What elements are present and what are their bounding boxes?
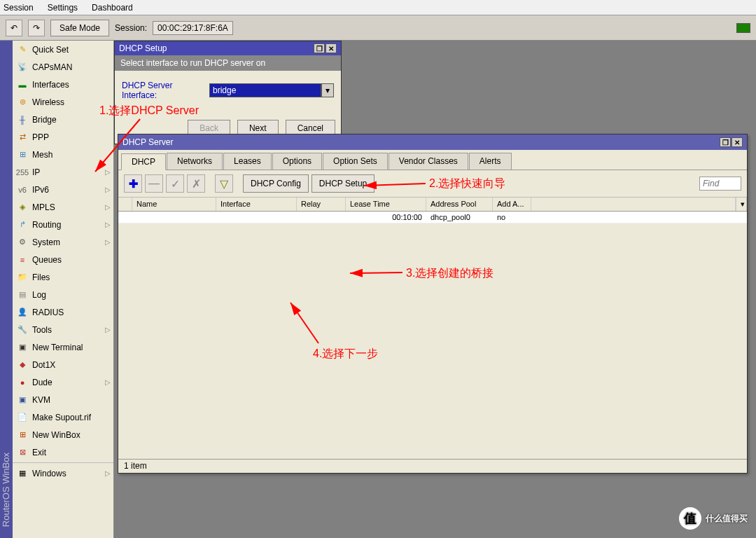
- restore-icon[interactable]: ❐: [314, 43, 325, 53]
- chevron-icon: ▷: [105, 378, 111, 386]
- dropdown-icon[interactable]: ▾: [321, 83, 334, 97]
- sidebar-item-tools[interactable]: 🔧Tools▷: [13, 321, 113, 338]
- table-row[interactable]: 00:10:00 dhcp_pool0 no: [118, 212, 747, 223]
- sidebar-windows[interactable]: ▦ Windows ▷: [13, 464, 113, 482]
- tab-leases[interactable]: Leases: [223, 153, 272, 170]
- session-label: Session:: [115, 23, 147, 33]
- chevron-icon: ▷: [105, 326, 111, 333]
- status-indicator: [736, 23, 750, 33]
- chevron-icon: ▷: [105, 469, 111, 477]
- sidebar-item-dude[interactable]: ●Dude▷: [13, 373, 113, 391]
- sidebar-icon: v6: [17, 184, 28, 195]
- sidebar-item-dot1x[interactable]: ◆Dot1X: [13, 356, 113, 373]
- sidebar-item-new-terminal[interactable]: ▣New Terminal: [13, 338, 113, 356]
- sidebar-item-files[interactable]: 📁Files: [13, 268, 113, 286]
- column-menu-icon[interactable]: ▾: [736, 198, 747, 211]
- sidebar-icon: ⊞: [17, 429, 28, 441]
- dhcp-grid: Name Interface Relay Lease Time Address …: [118, 198, 747, 223]
- tab-options[interactable]: Options: [272, 153, 322, 170]
- dhcp-server-window: DHCP Server ❐ ✕ DHCPNetworksLeasesOption…: [118, 134, 748, 474]
- close-icon[interactable]: ✕: [732, 137, 743, 147]
- interface-label: DHCP Server Interface:: [122, 81, 205, 100]
- sidebar-item-mesh[interactable]: ⊞Mesh: [13, 146, 113, 163]
- col-lease[interactable]: Lease Time: [346, 198, 426, 211]
- col-pool[interactable]: Address Pool: [426, 198, 493, 211]
- sidebar-item-ip[interactable]: 255IP▷: [13, 163, 113, 181]
- menu-settings[interactable]: Settings: [48, 3, 78, 13]
- tab-alerts[interactable]: Alerts: [469, 153, 512, 170]
- sidebar-icon: ◆: [17, 359, 28, 371]
- window-titlebar[interactable]: DHCP Server ❐ ✕: [118, 134, 747, 150]
- sidebar-item-routing[interactable]: ↱Routing▷: [13, 216, 113, 233]
- add-button[interactable]: ✚: [124, 174, 142, 193]
- col-name[interactable]: Name: [132, 198, 216, 211]
- sidebar-icon: 👤: [17, 307, 28, 318]
- chevron-icon: ▷: [105, 238, 111, 246]
- sidebar-icon: ▤: [17, 289, 28, 301]
- toolbar: ↶ ↷ Safe Mode Session: 00:0C:29:17:8F:6A: [0, 15, 756, 41]
- sidebar-icon: ╫: [17, 114, 28, 125]
- dialog-subtitle: Select interface to run DHCP server on: [115, 55, 341, 71]
- sidebar-icon: 📁: [17, 272, 28, 283]
- col-interface[interactable]: Interface: [216, 198, 297, 211]
- tab-option-sets[interactable]: Option Sets: [323, 153, 388, 170]
- menu-session[interactable]: Session: [4, 3, 34, 13]
- tab-vendor-classes[interactable]: Vendor Classes: [388, 153, 468, 170]
- redo-button[interactable]: ↷: [28, 20, 45, 36]
- filter-button[interactable]: ▽: [215, 174, 233, 193]
- sidebar-item-system[interactable]: ⚙System▷: [13, 233, 113, 251]
- disable-button[interactable]: ✗: [187, 174, 205, 193]
- close-icon[interactable]: ✕: [326, 43, 337, 53]
- dhcp-setup-button[interactable]: DHCP Setup: [312, 174, 374, 193]
- restore-icon[interactable]: ❐: [720, 137, 731, 147]
- remove-button[interactable]: —: [145, 174, 163, 193]
- enable-button[interactable]: ✓: [166, 174, 184, 193]
- sidebar-icon: 📡: [17, 62, 28, 73]
- interface-select[interactable]: [209, 83, 321, 97]
- sidebar-icon: 🔧: [17, 324, 28, 336]
- tab-networks[interactable]: Networks: [167, 153, 223, 170]
- tab-dhcp[interactable]: DHCP: [121, 153, 166, 170]
- find-box: [699, 177, 741, 191]
- sidebar-icon: ⇄: [17, 132, 28, 143]
- watermark-icon: 值: [679, 507, 701, 530]
- sidebar-item-quick-set[interactable]: ✎Quick Set: [13, 41, 113, 58]
- find-input[interactable]: [699, 177, 741, 191]
- col-relay[interactable]: Relay: [297, 198, 346, 211]
- menu-dashboard[interactable]: Dashboard: [92, 3, 133, 13]
- session-value: 00:0C:29:17:8F:6A: [153, 21, 233, 35]
- sidebar-icon: ▬: [17, 79, 28, 90]
- sidebar-icon: 📄: [17, 412, 28, 423]
- sidebar-icon: ⊚: [17, 97, 28, 108]
- sidebar-item-capsman[interactable]: 📡CAPsMAN: [13, 58, 113, 76]
- vertical-brand-bar: RouterOS WinBox: [0, 41, 13, 538]
- sidebar-item-kvm[interactable]: ▣KVM: [13, 391, 113, 408]
- sidebar-item-ipv6[interactable]: v6IPv6▷: [13, 181, 113, 198]
- dhcp-setup-dialog: DHCP Setup ❐ ✕ Select interface to run D…: [114, 41, 342, 144]
- chevron-icon: ▷: [105, 203, 111, 211]
- sidebar-item-make-supout.rif[interactable]: 📄Make Supout.rif: [13, 408, 113, 426]
- col-add[interactable]: Add A...: [493, 198, 531, 211]
- sidebar-icon: ▣: [17, 342, 28, 353]
- sidebar-item-radius[interactable]: 👤RADIUS: [13, 303, 113, 321]
- undo-button[interactable]: ↶: [6, 20, 22, 36]
- chevron-icon: ▷: [105, 221, 111, 228]
- watermark: 值 什么值得买: [679, 507, 748, 530]
- sidebar-item-mpls[interactable]: ◈MPLS▷: [13, 198, 113, 216]
- dialog-titlebar[interactable]: DHCP Setup ❐ ✕: [115, 41, 341, 55]
- sidebar-item-wireless[interactable]: ⊚Wireless: [13, 93, 113, 111]
- sidebar-item-log[interactable]: ▤Log: [13, 286, 113, 303]
- sidebar-item-exit[interactable]: ⊠Exit: [13, 443, 113, 461]
- windows-icon: ▦: [17, 468, 28, 479]
- dhcp-config-button[interactable]: DHCP Config: [243, 174, 309, 193]
- sidebar-icon: ✎: [17, 44, 28, 55]
- sidebar-item-ppp[interactable]: ⇄PPP: [13, 128, 113, 146]
- sidebar-icon: ▣: [17, 394, 28, 406]
- safe-mode-button[interactable]: Safe Mode: [50, 20, 109, 36]
- sidebar-item-queues[interactable]: ≡Queues: [13, 251, 113, 268]
- chevron-icon: ▷: [105, 168, 111, 176]
- sidebar-item-interfaces[interactable]: ▬Interfaces: [13, 76, 113, 93]
- tabs: DHCPNetworksLeasesOptionsOption SetsVend…: [118, 150, 747, 170]
- sidebar-item-bridge[interactable]: ╫Bridge: [13, 111, 113, 128]
- sidebar-item-new-winbox[interactable]: ⊞New WinBox: [13, 426, 113, 443]
